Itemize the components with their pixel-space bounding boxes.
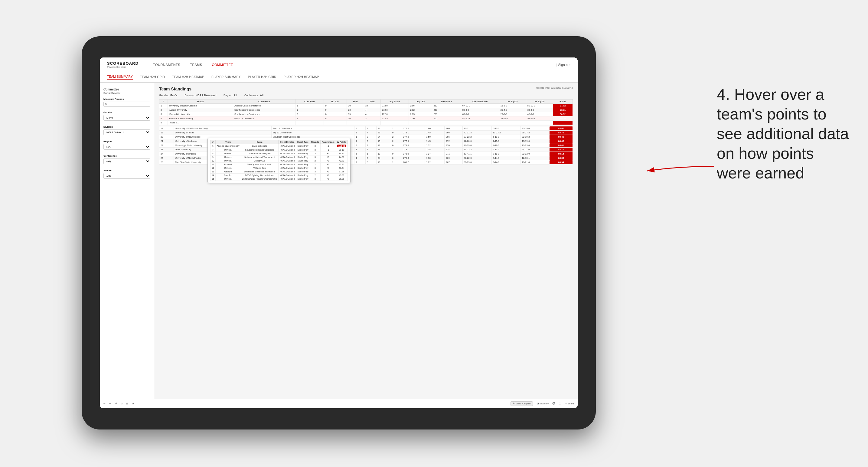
sub-nav-team-summary[interactable]: TEAM SUMMARY	[107, 75, 133, 80]
view-original-button[interactable]: 👁 View: Original	[510, 401, 533, 406]
tooltip-row: 11 Florida I The Cypress Point Classic N…	[211, 163, 348, 166]
reset-button[interactable]: ↺	[115, 402, 117, 405]
tooltip-row: 12 Univers. Williams Cup NCAA Division I…	[211, 166, 348, 170]
table-wrapper: # School Conference Conf Rank No Tour Bn…	[159, 99, 573, 164]
tooltip-overlay: # Team Event Event Division Event Type R…	[208, 138, 350, 183]
bottom-toolbar: ↩ ↪ ↺ ⧉ ⊞ ⚙ 👁 View: Original 👀 Watch ▾ 💬…	[100, 399, 578, 408]
region-select[interactable]: N/A	[103, 144, 150, 150]
tooltip-row: 7 Univers. Southern Highlands Collegiate…	[211, 148, 348, 152]
nav-item-committee[interactable]: COMMITTEE	[212, 63, 234, 66]
table-row: 18 University of California, Berkeley Pa…	[159, 126, 573, 131]
standings-header: Team Standings Update time: 13/03/2024 1…	[159, 87, 573, 91]
tablet-frame: SCOREBOARD Powered by clippi TOURNAMENTS…	[82, 36, 596, 430]
col-bnds: Bnds	[347, 99, 364, 104]
points-cell-5[interactable]	[553, 121, 572, 125]
sub-nav-team-h2h-grid[interactable]: TEAM H2H GRID	[140, 75, 165, 79]
col-wins: Wins	[364, 99, 380, 104]
points-cell-24[interactable]: 88.14	[550, 152, 573, 156]
points-cell-21[interactable]: 88.48	[550, 139, 573, 143]
sub-nav-player-summary[interactable]: PLAYER SUMMARY	[211, 75, 241, 79]
points-cell-20[interactable]: 88.49	[550, 135, 573, 139]
table-row: 3 Vanderbilt University Southeastern Con…	[159, 112, 573, 117]
comment-button[interactable]: 💬	[552, 402, 555, 405]
col-no-tour: No Tour	[324, 99, 347, 104]
redo-button[interactable]: ↪	[109, 402, 111, 405]
school-select[interactable]: (All)	[103, 173, 150, 179]
points-cell-3[interactable]: 90.32	[553, 112, 572, 117]
col-adj-score: Adj. Score	[380, 99, 409, 104]
table-row: 19 University of Texas Big 12 Conference…	[159, 131, 573, 135]
settings-button[interactable]: ⚙	[132, 402, 134, 405]
col-rank: #	[159, 99, 168, 104]
region-label: Region	[103, 140, 150, 143]
points-cell-25[interactable]: 88.89	[550, 156, 573, 160]
sub-nav-player-h2h-heatmap[interactable]: PLAYER H2H HEATMAP	[284, 75, 319, 79]
logo-title: SCOREBOARD	[107, 61, 138, 66]
table-row-highlighted: 4 Arizona State University Pac-12 Confer…	[159, 117, 573, 121]
points-cell-18[interactable]: 88.07	[550, 126, 573, 131]
nav-item-teams[interactable]: TEAMS	[190, 63, 202, 66]
logo-sub: Powered by clippi	[107, 66, 138, 68]
gender-label: Gender	[103, 111, 150, 114]
sub-nav: TEAM SUMMARY TEAM H2H GRID TEAM H2H HEAT…	[100, 72, 578, 83]
tooltip-row: 9 Univers. National Invitational Tournam…	[211, 155, 348, 159]
grid-button[interactable]: ⊞	[126, 402, 128, 405]
share-button[interactable]: ↗ Share	[565, 402, 574, 405]
filter-row: Gender: Men's Division: NCAA Division I …	[159, 94, 573, 97]
portal-title: Committee	[103, 88, 150, 91]
col-points: Points	[553, 99, 572, 104]
export-button[interactable]: ⬡	[559, 402, 561, 405]
scene: SCOREBOARD Powered by clippi TOURNAMENTS…	[0, 0, 868, 467]
sidebar: Committee Portal Review Minimum Rounds G…	[100, 83, 154, 399]
main-content: Team Standings Update time: 13/03/2024 1…	[154, 83, 578, 399]
sign-out[interactable]: | Sign out	[557, 63, 570, 66]
standings-table: # School Conference Conf Rank No Tour Bn…	[159, 99, 573, 125]
tooltip-row: 13 Georgia Ben Hogan Collegiate Invitati…	[211, 170, 348, 174]
conference-filter: Conference: All	[244, 94, 264, 97]
col-vs-top50: Vs Top 50	[526, 99, 553, 104]
tooltip-table: # Team Event Event Division Event Type R…	[210, 140, 348, 181]
update-time: Update time: 13/03/2024 10:03:42	[536, 87, 573, 89]
conference-select[interactable]: (All)	[103, 158, 150, 164]
copy-button[interactable]: ⧉	[121, 402, 123, 405]
region-filter: Region: All	[223, 94, 237, 97]
undo-button[interactable]: ↩	[103, 402, 105, 405]
points-cell-22[interactable]: 88.41	[550, 143, 573, 148]
conference-label: Conference	[103, 155, 150, 157]
red-arrow-icon	[635, 154, 720, 179]
points-cell-1[interactable]: 97.02	[553, 104, 572, 108]
sub-nav-team-h2h-heatmap[interactable]: TEAM H2H HEATMAP	[172, 75, 204, 79]
col-low-score: Low Score	[432, 99, 461, 104]
points-cell-2[interactable]: 93.31	[553, 108, 572, 112]
sub-nav-player-h2h-grid[interactable]: PLAYER H2H GRID	[248, 75, 276, 79]
nav-bar: SCOREBOARD Powered by clippi TOURNAMENTS…	[100, 58, 578, 72]
col-avg-sg: Avg. SG	[409, 99, 432, 104]
col-conference: Conference	[233, 99, 296, 104]
gender-select[interactable]: Men's	[103, 115, 150, 121]
col-school: School	[168, 99, 233, 104]
points-cell-26[interactable]: 88.94	[550, 160, 573, 164]
division-select[interactable]: NCAA Division I	[103, 129, 150, 135]
nav-item-tournaments[interactable]: TOURNAMENTS	[153, 63, 180, 66]
points-cell-19[interactable]: 88.70	[550, 131, 573, 135]
points-cell-23[interactable]: 88.71	[550, 148, 573, 152]
col-overall-record: Overall Record	[461, 99, 499, 104]
tooltip-row: 14 East Tec DFCC Fighting Illini Invitat…	[211, 174, 348, 177]
school-label: School	[103, 169, 150, 172]
table-row: 2 Auburn University Southeastern Confere…	[159, 108, 573, 112]
table-row: 5 Texas T...	[159, 121, 573, 125]
tablet-screen: SCOREBOARD Powered by clippi TOURNAMENTS…	[100, 58, 578, 408]
min-rounds-label: Minimum Rounds	[103, 98, 150, 100]
points-cell-4-active[interactable]: 79.50	[553, 117, 572, 121]
tooltip-row: 6 Arizona State University Cater Collegi…	[211, 144, 348, 148]
min-rounds-input[interactable]	[103, 102, 150, 107]
logo: SCOREBOARD Powered by clippi	[107, 61, 138, 68]
tooltip-row: 15 Univers. 2023 Sahalee Players Champio…	[211, 177, 348, 181]
watch-button[interactable]: 👀 Watch ▾	[536, 402, 549, 405]
division-filter: Division: NCAA Division I	[185, 94, 216, 97]
tooltip-row: 10 Univers. Copper Cup NCAA Division I M…	[211, 159, 348, 163]
standings-title: Team Standings	[159, 87, 191, 91]
annotation-text: 4. Hover over a team's points to see add…	[717, 85, 850, 183]
col-vs-top25: Vs Top 25	[499, 99, 526, 104]
content-area: Committee Portal Review Minimum Rounds G…	[100, 83, 578, 399]
